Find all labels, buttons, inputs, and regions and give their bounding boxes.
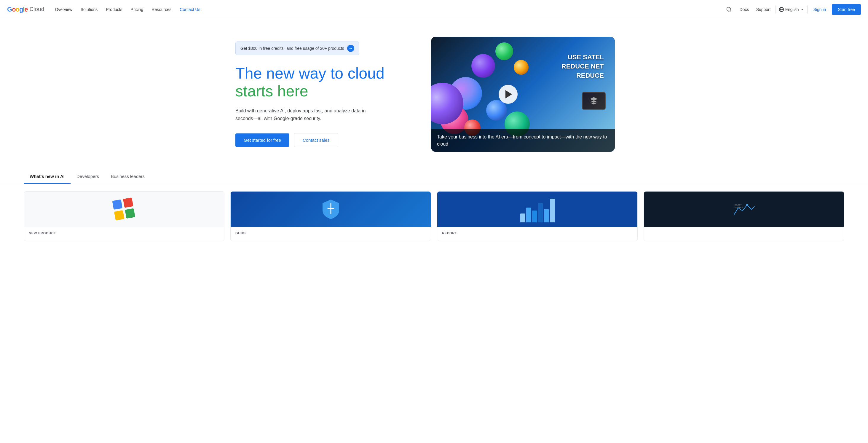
video-thumbnail[interactable] [582,92,606,110]
icon-green [125,208,135,218]
card-label-2: GUIDE [230,227,431,237]
content-tabs: What's new in AI Developers Business lea… [0,164,868,184]
card-image-3 [437,191,638,227]
card-label-4 [644,227,844,233]
card-label-1: NEW PRODUCT [24,227,224,237]
hero-buttons: Get started for free Contact sales [236,133,413,147]
card-image-1 [24,191,224,227]
navbar: Google Cloud Overview Solutions Products… [0,0,868,19]
logo[interactable]: Google Cloud [7,6,44,13]
nav-products[interactable]: Products [102,5,126,14]
card-guide[interactable]: GUIDE [230,191,431,241]
ball-3 [495,42,513,60]
hero-description: Build with generative AI, deploy apps fa… [236,107,378,122]
chevron-down-icon [800,7,804,11]
language-label: English [785,7,799,12]
nav-pricing[interactable]: Pricing [127,5,147,14]
cloud-label: Cloud [30,6,44,12]
tabs-row: What's new in AI Developers Business lea… [24,170,844,184]
hero-section: Get $300 in free credits and free usage … [212,19,656,164]
signin-button[interactable]: Sign in [810,5,830,14]
banner-text: and free usage of 20+ products [287,46,344,51]
icon-blue [112,199,122,210]
card-report[interactable]: REPORT [437,191,638,241]
card-image-4: SELECT COUNT(*) [644,191,844,227]
card-title-4 [644,233,844,237]
icon-yellow [114,210,124,220]
hero-title-line1: The new way to cloud [236,65,384,82]
bar-4 [538,203,543,223]
hero-video: USE SATEL REDUCE NET REDUCE Take your bu… [431,37,615,152]
support-link[interactable]: Support [754,5,773,14]
ball-6 [514,60,529,75]
nav-contact[interactable]: Contact Us [176,5,204,14]
nav-resources[interactable]: Resources [148,5,175,14]
thumbnail-image [583,92,605,109]
nav-overview[interactable]: Overview [51,5,75,14]
globe-icon [779,7,784,12]
svg-line-1 [730,10,731,11]
card-title-3 [437,237,638,241]
tab-business[interactable]: Business leaders [105,170,151,184]
card-title-2 [230,237,431,241]
video-overlay-text: USE SATEL REDUCE NET REDUCE [561,53,604,80]
bar-1 [520,213,525,223]
bar-3 [532,210,537,223]
bar-2 [526,208,531,223]
card-4[interactable]: SELECT COUNT(*) [644,191,844,241]
icon-red [123,197,133,208]
bar-6 [550,199,555,223]
video-player[interactable]: USE SATEL REDUCE NET REDUCE Take your bu… [431,37,615,152]
nav-links: Overview Solutions Products Pricing Reso… [51,5,720,14]
bar-5 [544,209,549,223]
promo-banner[interactable]: Get $300 in free credits and free usage … [236,41,359,55]
cards-section: NEW PRODUCT GUIDE RE [0,184,868,248]
svg-point-0 [726,7,731,11]
tab-developers[interactable]: Developers [70,170,105,184]
ball-5 [486,100,507,121]
hero-content: Get $300 in free credits and free usage … [236,41,413,147]
svg-point-4 [746,204,748,206]
nav-right: Docs Support English Sign in Start free [723,4,861,16]
video-caption: Take your business into the AI era—from … [431,129,615,152]
google-logo: Google [7,6,28,13]
product-icon [112,197,136,221]
start-free-button[interactable]: Start free [832,4,861,15]
card-label-3: REPORT [437,227,638,237]
get-started-button[interactable]: Get started for free [236,134,289,147]
hero-title: The new way to cloud starts here [236,65,413,100]
card-title-1 [24,237,224,241]
svg-text:SELECT: SELECT [735,204,742,206]
banner-bold: Get $300 in free credits [241,46,284,51]
shield-icon [322,199,340,220]
play-icon [505,90,512,98]
search-button[interactable] [723,4,735,16]
svg-text:COUNT(*): COUNT(*) [735,206,743,208]
language-selector[interactable]: English [776,5,808,14]
play-button[interactable] [499,85,518,104]
ball-2 [471,54,495,78]
tab-ai[interactable]: What's new in AI [24,170,70,184]
docs-link[interactable]: Docs [737,5,751,14]
banner-arrow-icon: → [347,45,354,52]
chart-icon: SELECT COUNT(*) [732,202,756,217]
card-new-product[interactable]: NEW PRODUCT [24,191,224,241]
contact-sales-button[interactable]: Contact sales [294,133,338,147]
nav-solutions[interactable]: Solutions [77,5,101,14]
card-image-2 [230,191,431,227]
hero-title-line2: starts here [236,83,308,100]
